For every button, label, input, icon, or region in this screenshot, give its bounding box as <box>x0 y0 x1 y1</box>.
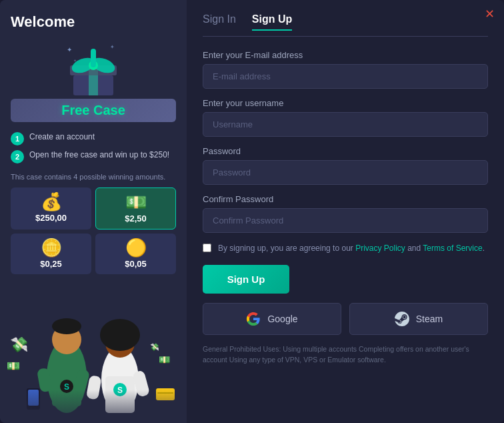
prize-icon-2: 💵 <box>125 193 147 211</box>
email-input[interactable] <box>203 64 488 89</box>
characters-illustration: 💸 💵 S <box>0 303 187 423</box>
email-label: Enter your E-mail address <box>203 50 488 60</box>
confirm-password-label: Confirm Password <box>203 194 488 204</box>
google-label: Google <box>267 314 297 324</box>
terms-of-service-link[interactable]: Terms of Service <box>423 244 482 253</box>
email-group: Enter your E-mail address <box>203 50 488 89</box>
prize-icon-1: 💰 <box>41 193 62 210</box>
characters-svg: 💸 💵 S <box>7 310 180 423</box>
social-buttons: Google Steam <box>203 303 488 335</box>
prize-card-1: 💰 $250,00 <box>11 187 91 230</box>
terms-text-1: By signing up, you are agreeing to our <box>218 244 355 253</box>
step-1-text: Create an account <box>29 131 95 143</box>
sign-up-button[interactable]: Sign Up <box>203 265 289 294</box>
prize-card-2: 💵 $2,50 <box>95 187 176 230</box>
free-case-banner: Free Case <box>11 99 176 122</box>
password-group: Password <box>203 146 488 185</box>
terms-text: By signing up, you are agreeing to our P… <box>218 242 485 254</box>
tab-sign-in[interactable]: Sign In <box>203 13 236 31</box>
svg-text:✦: ✦ <box>110 44 115 50</box>
case-info: This case contains 4 possible winning am… <box>11 173 176 181</box>
confirm-password-input[interactable] <box>203 208 488 233</box>
confirm-password-group: Confirm Password <box>203 194 488 233</box>
username-group: Enter your username <box>203 98 488 137</box>
svg-rect-35 <box>7 390 180 423</box>
free-case-text: Free Case <box>61 103 125 117</box>
step-1-number: 1 <box>11 132 24 145</box>
svg-rect-7 <box>91 49 96 67</box>
step-2-number: 2 <box>11 150 24 163</box>
modal: ✕ Welcome ✦ ✦ ✦ Free Case 1 Create an ac… <box>0 0 504 423</box>
prize-icon-3: 🪙 <box>41 239 62 256</box>
prize-amount-3: $0,25 <box>40 259 62 269</box>
prizes-grid: 💰 $250,00 💵 $2,50 🪙 $0,25 🟡 $0,05 <box>11 187 176 274</box>
password-label: Password <box>203 146 488 156</box>
steam-label: Steam <box>416 314 443 324</box>
terms-text-3: . <box>483 244 485 253</box>
step-2: 2 Open the free case and win up to $250! <box>11 149 176 163</box>
disclaimer-text: General Prohibited Uses: Using multiple … <box>203 344 488 366</box>
steam-icon <box>395 312 409 326</box>
step-2-text: Open the free case and win up to $250! <box>29 149 169 161</box>
prize-amount-1: $250,00 <box>35 213 67 223</box>
svg-text:💵: 💵 <box>7 360 20 372</box>
terms-checkbox[interactable] <box>203 244 211 252</box>
tab-sign-up[interactable]: Sign Up <box>252 13 292 31</box>
svg-text:💵: 💵 <box>159 354 171 366</box>
gift-box-icon: ✦ ✦ ✦ <box>63 39 123 99</box>
right-panel: Sign In Sign Up Enter your E-mail addres… <box>187 0 504 423</box>
svg-text:✦: ✦ <box>73 59 77 63</box>
step-1: 1 Create an account <box>11 131 176 145</box>
svg-text:💸: 💸 <box>150 342 159 352</box>
terms-text-2: and <box>405 244 423 253</box>
password-input[interactable] <box>203 160 488 185</box>
tabs: Sign In Sign Up <box>203 13 488 37</box>
svg-text:💸: 💸 <box>10 336 29 354</box>
svg-point-25 <box>100 319 140 351</box>
steam-button[interactable]: Steam <box>349 303 488 335</box>
prize-card-4: 🟡 $0,05 <box>95 234 176 274</box>
close-button[interactable]: ✕ <box>485 8 495 20</box>
prize-card-3: 🪙 $0,25 <box>11 234 91 274</box>
prize-amount-4: $0,05 <box>125 259 147 269</box>
prize-amount-2: $2,50 <box>125 214 147 224</box>
username-label: Enter your username <box>203 98 488 108</box>
username-input[interactable] <box>203 112 488 137</box>
welcome-title: Welcome <box>11 13 75 31</box>
google-icon <box>246 312 261 326</box>
terms-checkbox-row: By signing up, you are agreeing to our P… <box>203 242 488 254</box>
svg-text:✦: ✦ <box>67 46 72 53</box>
google-button[interactable]: Google <box>203 303 341 335</box>
left-panel: Welcome ✦ ✦ ✦ Free Case 1 Create an acco… <box>0 0 187 423</box>
privacy-policy-link[interactable]: Privacy Policy <box>355 244 405 253</box>
prize-icon-4: 🟡 <box>125 239 147 256</box>
svg-point-15 <box>52 318 81 334</box>
